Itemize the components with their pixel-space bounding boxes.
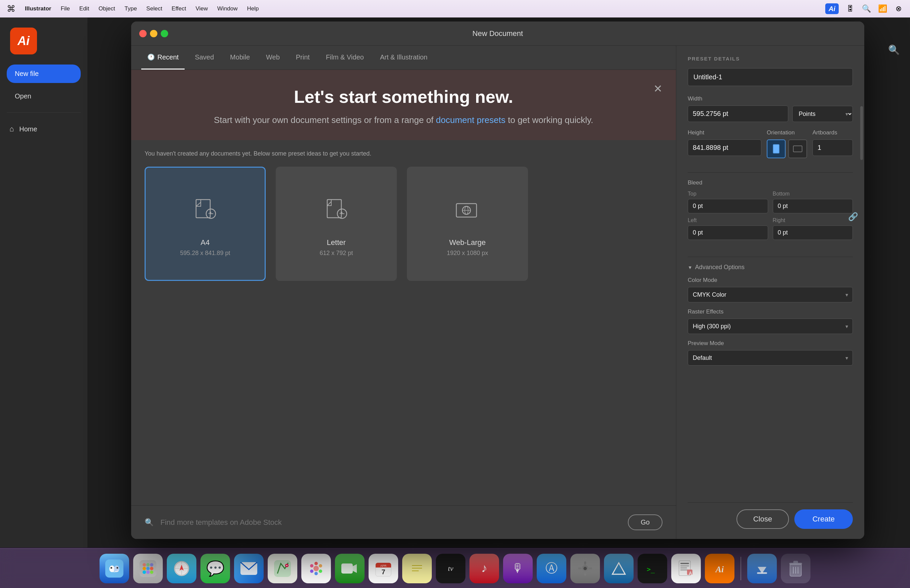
portrait-orientation-button[interactable] <box>767 139 785 158</box>
window-menu[interactable]: Window <box>217 5 237 12</box>
dock-item-delta[interactable] <box>604 554 633 583</box>
dock-item-trash[interactable] <box>781 554 810 583</box>
new-file-button[interactable]: New file <box>7 65 81 83</box>
svg-rect-81 <box>793 561 798 564</box>
bleed-left-section: Left <box>688 217 768 240</box>
tab-art-illustration[interactable]: Art & Illustration <box>374 46 434 69</box>
dock-item-facetime[interactable] <box>335 554 364 583</box>
dialog-titlebar: New Document <box>131 21 864 46</box>
minimize-window-button[interactable] <box>150 30 157 37</box>
dock-item-notes[interactable] <box>402 554 432 583</box>
search-go-button[interactable]: Go <box>628 514 662 530</box>
preview-mode-select[interactable]: Default Pixel Overprint <box>688 350 853 365</box>
dock-item-messages[interactable]: 💬 <box>201 554 230 583</box>
svg-rect-60 <box>584 561 586 565</box>
preset-details-title: PRESET DETAILS <box>688 56 853 61</box>
width-section: Width Points Pixels Inches Millimeters <box>688 95 853 129</box>
hero-close-button[interactable]: ✕ <box>653 83 662 94</box>
dock-item-illustrator[interactable]: Ai <box>705 554 735 583</box>
height-input[interactable] <box>688 139 761 156</box>
document-presets-link[interactable]: document presets <box>436 115 505 125</box>
svg-point-16 <box>142 563 146 567</box>
svg-rect-9 <box>793 146 802 152</box>
sidebar: Ai New file Open ⌂ Home <box>0 18 87 548</box>
dock-item-maps[interactable] <box>268 554 297 583</box>
bleed-top-label: Top <box>688 191 768 197</box>
dock-item-launchpad[interactable] <box>133 554 163 583</box>
search-button[interactable]: 🔍 <box>888 44 900 55</box>
type-menu[interactable]: Type <box>125 5 137 12</box>
object-menu[interactable]: Object <box>99 5 115 12</box>
svg-point-23 <box>146 570 150 574</box>
scrollbar-thumb[interactable] <box>860 106 863 160</box>
dock-item-textedit[interactable]: A <box>671 554 701 583</box>
open-button[interactable]: Open <box>7 88 81 104</box>
dock-item-music[interactable]: ♪ <box>470 554 499 583</box>
preset-letter-icon <box>316 191 356 231</box>
dock-item-mail[interactable] <box>234 554 264 583</box>
landscape-orientation-button[interactable] <box>788 139 807 158</box>
bleed-link-icon[interactable]: 🔗 <box>848 212 858 221</box>
file-menu[interactable]: File <box>60 5 70 12</box>
dock-item-photos[interactable] <box>301 554 331 583</box>
preset-card-a4[interactable]: A4 595.28 x 841.89 pt <box>145 166 266 281</box>
select-menu[interactable]: Select <box>146 5 162 12</box>
search-icon: 🔍 <box>145 518 154 527</box>
dock-item-downloads[interactable] <box>747 554 777 583</box>
dialog-hero: Let's start something new. Start with yo… <box>131 70 676 140</box>
tab-print[interactable]: Print <box>290 46 316 69</box>
create-button[interactable]: Create <box>794 509 853 529</box>
help-menu[interactable]: Help <box>247 5 259 12</box>
bleed-right-input[interactable] <box>773 225 853 240</box>
view-menu[interactable]: View <box>196 5 208 12</box>
tab-mobile[interactable]: Mobile <box>224 46 256 69</box>
unit-select[interactable]: Points Pixels Inches Millimeters <box>792 106 853 122</box>
svg-rect-31 <box>274 560 291 577</box>
document-name-input[interactable] <box>688 68 853 86</box>
raster-effects-select[interactable]: High (300 ppi) Medium (150 ppi) Screen (… <box>688 318 853 334</box>
svg-point-37 <box>319 570 322 573</box>
sidebar-home-label: Home <box>19 125 37 133</box>
bleed-top-input[interactable] <box>688 199 768 213</box>
app-name-menu[interactable]: Illustrator <box>25 5 51 12</box>
preset-card-web-large[interactable]: Web-Large 1920 x 1080 px <box>407 166 528 281</box>
dock-item-appletv[interactable]: tv <box>436 554 465 583</box>
maximize-window-button[interactable] <box>161 30 168 37</box>
color-mode-select[interactable]: CMYK Color RGB Color <box>688 287 853 302</box>
preview-mode-section: Preview Mode Default Pixel Overprint ▾ <box>688 340 853 365</box>
tab-web[interactable]: Web <box>260 46 286 69</box>
edit-menu[interactable]: Edit <box>79 5 89 12</box>
wifi-icon[interactable]: 📶 <box>878 4 887 13</box>
main-content: 🔍 New Document 🕐 <box>87 18 910 548</box>
control-center-icon[interactable]: 🎛 <box>845 4 855 13</box>
template-search-input[interactable] <box>160 518 621 527</box>
bleed-bottom-input[interactable] <box>773 199 853 213</box>
sidebar-item-home[interactable]: ⌂ Home <box>0 121 87 137</box>
dock-item-appstore[interactable]: Ⓐ <box>537 554 566 583</box>
advanced-options-toggle[interactable]: ▼ Advanced Options <box>688 264 853 271</box>
bleed-left-input[interactable] <box>688 225 768 240</box>
tab-saved[interactable]: Saved <box>189 46 220 69</box>
apple-menu[interactable]: ⌘ <box>7 4 15 14</box>
dock-item-finder[interactable] <box>100 554 129 583</box>
close-window-button[interactable] <box>139 30 147 37</box>
dock-item-terminal[interactable]: >_ <box>638 554 667 583</box>
dock-item-calendar[interactable]: 7APR <box>369 554 398 583</box>
new-document-dialog: New Document 🕐 Recent Saved <box>131 21 864 539</box>
tab-film-video[interactable]: Film & Video <box>320 46 370 69</box>
svg-rect-62 <box>578 567 581 570</box>
search-menu-icon[interactable]: 🔍 <box>861 4 871 13</box>
close-button[interactable]: Close <box>737 509 789 529</box>
width-input[interactable] <box>688 105 788 122</box>
dock-item-settings[interactable] <box>570 554 600 583</box>
svg-rect-70 <box>680 567 687 569</box>
artboards-input[interactable] <box>813 139 853 156</box>
presets-grid: A4 595.28 x 841.89 pt <box>145 166 662 281</box>
effect-menu[interactable]: Effect <box>172 5 186 12</box>
dock-item-podcasts[interactable]: 🎙 <box>503 554 533 583</box>
preset-web-large-name: Web-Large <box>449 238 486 247</box>
svg-text:♪: ♪ <box>481 561 487 575</box>
preset-card-letter[interactable]: Letter 612 x 792 pt <box>276 166 397 281</box>
tab-recent[interactable]: 🕐 Recent <box>141 46 185 69</box>
dock-item-safari[interactable] <box>167 554 196 583</box>
